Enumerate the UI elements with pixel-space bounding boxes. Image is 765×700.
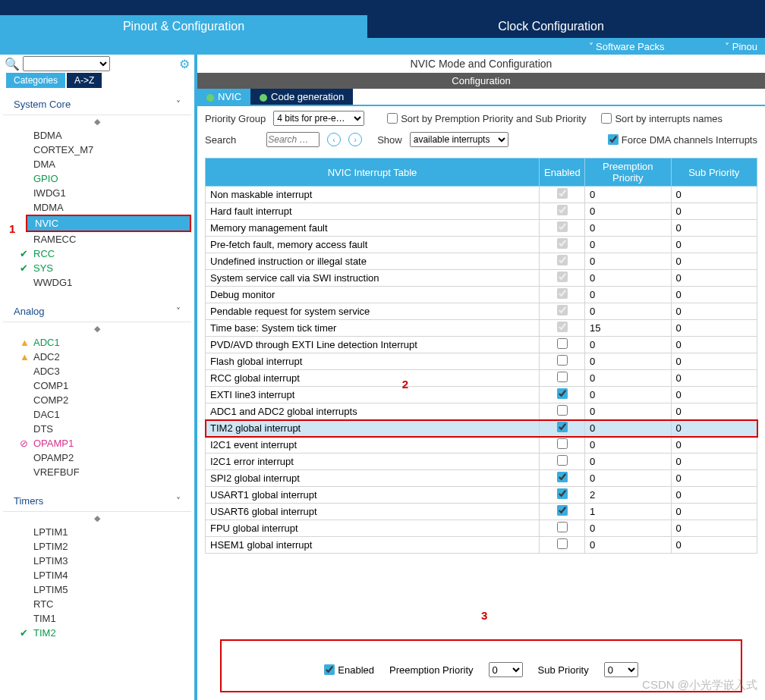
enabled-checkbox[interactable]: [557, 538, 568, 549]
cell-preemption-priority[interactable]: 0: [585, 337, 672, 353]
cell-sub-priority[interactable]: 0: [671, 270, 757, 287]
cell-preemption-priority[interactable]: 0: [585, 220, 672, 237]
tree-item-lptim1[interactable]: LPTIM1: [3, 525, 191, 539]
table-row[interactable]: Pendable request for system service00: [206, 303, 757, 320]
gear-icon[interactable]: ⚙: [179, 57, 190, 71]
table-row[interactable]: Pre-fetch fault, memory access fault00: [206, 237, 757, 253]
selected-sp-select[interactable]: 0: [604, 662, 638, 677]
table-row[interactable]: System service call via SWI instruction0…: [206, 270, 757, 287]
tree-item-ramecc[interactable]: RAMECC: [3, 232, 191, 246]
tab-code-generation[interactable]: Code generation: [250, 89, 353, 105]
table-row[interactable]: SPI2 global interrupt00: [206, 470, 757, 487]
cell-preemption-priority[interactable]: 2: [585, 487, 672, 504]
tree-item-wwdg1[interactable]: WWDG1: [3, 275, 191, 290]
cell-sub-priority[interactable]: 0: [671, 220, 757, 237]
enabled-checkbox[interactable]: [557, 338, 568, 349]
table-row[interactable]: ADC1 and ADC2 global interrupts00: [206, 403, 757, 420]
cell-sub-priority[interactable]: 0: [671, 303, 757, 320]
sort-arrows-icon[interactable]: ◆: [3, 322, 191, 335]
sort-by-name-checkbox[interactable]: [601, 113, 612, 124]
enabled-checkbox[interactable]: [557, 438, 568, 449]
table-row[interactable]: Non maskable interrupt00: [206, 187, 757, 203]
tree-item-opamp2[interactable]: OPAMP2: [3, 450, 191, 465]
tab-categories[interactable]: Categories: [6, 73, 65, 88]
cell-sub-priority[interactable]: 0: [671, 237, 757, 253]
cell-preemption-priority[interactable]: 0: [585, 454, 672, 470]
search-next-icon[interactable]: ›: [348, 133, 362, 146]
enabled-checkbox[interactable]: [557, 472, 568, 482]
cell-sub-priority[interactable]: 0: [671, 287, 757, 303]
table-row[interactable]: FPU global interrupt00: [206, 520, 757, 537]
tree-item-comp1[interactable]: COMP1: [3, 378, 191, 393]
show-filter-select[interactable]: available interrupts: [410, 132, 508, 147]
cell-preemption-priority[interactable]: 1: [585, 504, 672, 520]
sort-by-priority-checkbox[interactable]: [387, 113, 398, 124]
cell-preemption-priority[interactable]: 0: [585, 237, 672, 253]
cell-sub-priority[interactable]: 0: [671, 387, 757, 403]
cell-preemption-priority[interactable]: 0: [585, 187, 672, 203]
col-interrupt-name[interactable]: NVIC Interrupt Table: [206, 159, 540, 187]
cell-preemption-priority[interactable]: 0: [585, 303, 672, 320]
cell-preemption-priority[interactable]: 0: [585, 253, 672, 270]
tab-clock-config[interactable]: Clock Configuration: [367, 15, 735, 38]
search-prev-icon[interactable]: ‹: [327, 133, 341, 146]
sort-arrows-icon[interactable]: ◆: [3, 115, 191, 128]
search-icon[interactable]: 🔍: [5, 57, 20, 71]
cell-sub-priority[interactable]: 0: [671, 420, 757, 437]
cell-sub-priority[interactable]: 0: [671, 470, 757, 487]
tree-item-lptim2[interactable]: LPTIM2: [3, 539, 191, 554]
table-row[interactable]: Debug monitor00: [206, 287, 757, 303]
enabled-checkbox[interactable]: [557, 522, 568, 532]
section-timers[interactable]: Timers˅: [3, 491, 191, 512]
enabled-checkbox[interactable]: [557, 388, 568, 399]
force-dma-checkbox[interactable]: [608, 134, 619, 145]
tab-pinout-config[interactable]: Pinout & Configuration: [0, 15, 367, 38]
cell-sub-priority[interactable]: 0: [671, 187, 757, 203]
table-row[interactable]: Hard fault interrupt00: [206, 203, 757, 220]
cell-sub-priority[interactable]: 0: [671, 437, 757, 454]
cell-sub-priority[interactable]: 0: [671, 203, 757, 220]
tree-item-cortex_m7[interactable]: CORTEX_M7: [3, 143, 191, 157]
cell-preemption-priority[interactable]: 0: [585, 420, 672, 437]
cell-preemption-priority[interactable]: 0: [585, 537, 672, 554]
cell-sub-priority[interactable]: 0: [671, 487, 757, 504]
cell-preemption-priority[interactable]: 0: [585, 403, 672, 420]
cell-preemption-priority[interactable]: 0: [585, 203, 672, 220]
tree-item-rtc[interactable]: RTC: [3, 597, 191, 611]
tree-item-comp2[interactable]: COMP2: [3, 393, 191, 407]
enabled-checkbox[interactable]: [557, 405, 568, 416]
cell-preemption-priority[interactable]: 0: [585, 470, 672, 487]
cell-sub-priority[interactable]: 0: [671, 253, 757, 270]
cell-sub-priority[interactable]: 0: [671, 320, 757, 337]
tree-item-adc1[interactable]: ▲ADC1: [3, 335, 191, 350]
tree-item-lptim4[interactable]: LPTIM4: [3, 568, 191, 582]
col-enabled[interactable]: Enabled: [540, 159, 585, 187]
category-tree[interactable]: System Core˅ ◆ BDMACORTEX_M7DMAGPIOIWDG1…: [0, 88, 194, 700]
col-preemption-priority[interactable]: Preemption Priority: [585, 159, 672, 187]
cell-sub-priority[interactable]: 0: [671, 337, 757, 353]
table-row[interactable]: Flash global interrupt00: [206, 353, 757, 370]
tree-item-sys[interactable]: ✔SYS: [3, 261, 191, 275]
tab-extra[interactable]: [735, 15, 765, 38]
tree-item-adc3[interactable]: ADC3: [3, 364, 191, 378]
tree-item-lptim3[interactable]: LPTIM3: [3, 554, 191, 568]
priority-group-select[interactable]: 4 bits for pre-e…: [273, 111, 364, 126]
cell-sub-priority[interactable]: 0: [671, 403, 757, 420]
table-row[interactable]: RCC global interrupt00: [206, 370, 757, 387]
cell-sub-priority[interactable]: 0: [671, 454, 757, 470]
subtab-pinout[interactable]: Pinou: [725, 41, 757, 52]
table-row[interactable]: I2C1 error interrupt00: [206, 454, 757, 470]
tree-item-rcc[interactable]: ✔RCC: [3, 246, 191, 261]
tree-item-dac1[interactable]: DAC1: [3, 407, 191, 422]
section-system-core[interactable]: System Core˅: [3, 94, 191, 115]
table-row[interactable]: USART6 global interrupt10: [206, 504, 757, 520]
col-sub-priority[interactable]: Sub Priority: [671, 159, 757, 187]
cell-preemption-priority[interactable]: 0: [585, 387, 672, 403]
table-row[interactable]: EXTI line3 interrupt00: [206, 387, 757, 403]
table-row[interactable]: Memory management fault00: [206, 220, 757, 237]
tree-item-dma[interactable]: DMA: [3, 157, 191, 171]
cell-sub-priority[interactable]: 0: [671, 370, 757, 387]
sort-arrows-icon[interactable]: ◆: [3, 512, 191, 525]
enabled-checkbox[interactable]: [557, 372, 568, 382]
selected-enabled-checkbox[interactable]: [324, 664, 335, 675]
